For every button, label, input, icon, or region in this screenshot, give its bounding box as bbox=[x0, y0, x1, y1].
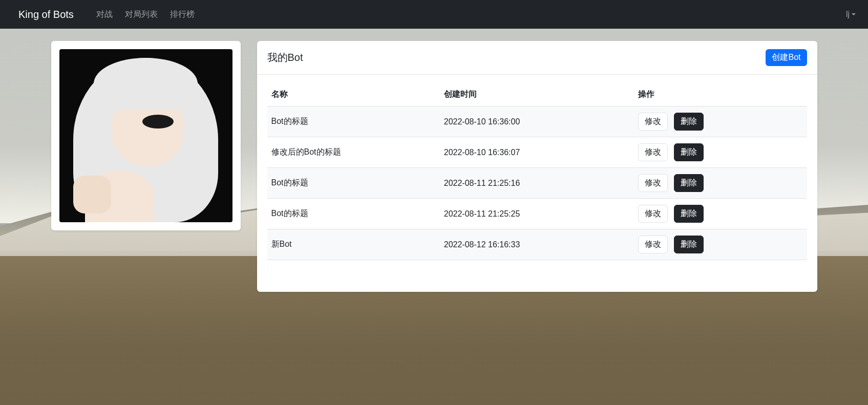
edit-button[interactable]: 修改 bbox=[638, 236, 668, 253]
avatar-image bbox=[59, 49, 232, 222]
cell-name: 新Bot bbox=[267, 229, 440, 260]
edit-button[interactable]: 修改 bbox=[638, 113, 668, 131]
brand-link[interactable]: King of Bots bbox=[8, 9, 84, 20]
cell-ops: 修改删除 bbox=[634, 106, 807, 137]
nav-link-battle[interactable]: 对战 bbox=[92, 5, 117, 24]
delete-button[interactable]: 删除 bbox=[674, 205, 704, 223]
cell-time: 2022-08-12 16:16:33 bbox=[440, 229, 634, 260]
user-name: lj bbox=[846, 10, 850, 19]
cell-ops: 修改删除 bbox=[634, 199, 807, 229]
cell-time: 2022-08-10 16:36:00 bbox=[440, 106, 634, 137]
table-row: 新Bot2022-08-12 16:16:33修改删除 bbox=[267, 229, 807, 260]
cell-time: 2022-08-11 21:25:25 bbox=[440, 199, 634, 229]
table-row: Bot的标题2022-08-10 16:36:00修改删除 bbox=[267, 106, 807, 137]
cell-ops: 修改删除 bbox=[634, 229, 807, 260]
user-dropdown[interactable]: lj bbox=[842, 6, 860, 23]
th-time: 创建时间 bbox=[440, 83, 634, 106]
card-header: 我的Bot 创建Bot bbox=[257, 41, 817, 75]
th-name: 名称 bbox=[267, 83, 440, 106]
delete-button[interactable]: 删除 bbox=[674, 113, 704, 131]
cell-time: 2022-08-11 21:25:16 bbox=[440, 168, 634, 199]
table-row: Bot的标题2022-08-11 21:25:25修改删除 bbox=[267, 199, 807, 229]
cell-ops: 修改删除 bbox=[634, 168, 807, 199]
nav-link-ranklist[interactable]: 排行榜 bbox=[166, 5, 199, 24]
cell-name: 修改后的Bot的标题 bbox=[267, 137, 440, 168]
chevron-down-icon bbox=[852, 13, 856, 15]
avatar-card bbox=[51, 41, 241, 230]
delete-button[interactable]: 删除 bbox=[674, 143, 704, 161]
bot-table: 名称 创建时间 操作 Bot的标题2022-08-10 16:36:00修改删除… bbox=[267, 83, 807, 260]
table-row: Bot的标题2022-08-11 21:25:16修改删除 bbox=[267, 168, 807, 199]
th-ops: 操作 bbox=[634, 83, 807, 106]
nav-link-records[interactable]: 对局列表 bbox=[121, 5, 162, 24]
cell-name: Bot的标题 bbox=[267, 199, 440, 229]
cell-time: 2022-08-10 16:36:07 bbox=[440, 137, 634, 168]
navbar: King of Bots 对战 对局列表 排行榜 lj bbox=[0, 0, 868, 29]
edit-button[interactable]: 修改 bbox=[638, 174, 668, 192]
create-bot-button[interactable]: 创建Bot bbox=[766, 49, 807, 66]
delete-button[interactable]: 删除 bbox=[674, 236, 704, 253]
bot-list-card: 我的Bot 创建Bot 名称 创建时间 操作 Bot的标题2022-08-10 … bbox=[257, 41, 817, 292]
cell-name: Bot的标题 bbox=[267, 106, 440, 137]
card-title: 我的Bot bbox=[267, 51, 303, 65]
table-row: 修改后的Bot的标题2022-08-10 16:36:07修改删除 bbox=[267, 137, 807, 168]
edit-button[interactable]: 修改 bbox=[638, 143, 668, 161]
cell-name: Bot的标题 bbox=[267, 168, 440, 199]
delete-button[interactable]: 删除 bbox=[674, 174, 704, 192]
cell-ops: 修改删除 bbox=[634, 137, 807, 168]
edit-button[interactable]: 修改 bbox=[638, 205, 668, 223]
